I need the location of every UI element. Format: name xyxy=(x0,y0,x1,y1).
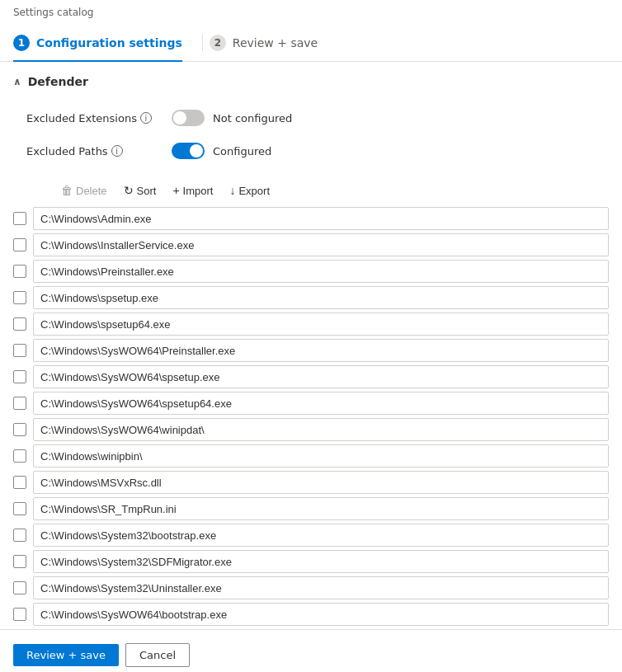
path-item xyxy=(13,550,609,573)
path-checkbox[interactable] xyxy=(13,449,26,463)
tab-config-number: 1 xyxy=(13,35,30,51)
path-input[interactable] xyxy=(33,339,609,362)
path-item xyxy=(13,313,609,336)
path-item xyxy=(13,339,609,362)
path-item xyxy=(13,418,609,441)
export-label: Export xyxy=(238,185,270,197)
tab-review-number: 2 xyxy=(210,35,226,51)
section-header[interactable]: ∧ Defender xyxy=(13,75,609,88)
excluded-paths-toggle-area: Configured xyxy=(172,143,271,159)
excluded-extensions-toggle-area: Not configured xyxy=(172,110,292,126)
excluded-paths-toggle-label: Configured xyxy=(213,145,271,157)
path-checkbox[interactable] xyxy=(13,529,26,542)
tab-separator xyxy=(202,35,203,51)
review-save-button[interactable]: Review + save xyxy=(13,644,119,666)
path-checkbox[interactable] xyxy=(13,476,26,489)
path-input[interactable] xyxy=(33,233,609,256)
sort-label: Sort xyxy=(137,185,157,197)
path-input[interactable] xyxy=(33,576,609,599)
path-checkbox[interactable] xyxy=(13,581,26,594)
path-list xyxy=(0,207,622,629)
path-item xyxy=(13,444,609,468)
export-button[interactable]: ↓ Export xyxy=(223,181,276,200)
sort-icon: ↻ xyxy=(124,184,134,197)
path-checkbox[interactable] xyxy=(13,265,26,278)
defender-section: ∧ Defender Excluded Extensions i Not con… xyxy=(0,62,622,174)
delete-label: Delete xyxy=(76,185,107,197)
path-checkbox[interactable] xyxy=(13,238,26,251)
cancel-button[interactable]: Cancel xyxy=(125,643,190,667)
export-icon: ↓ xyxy=(229,184,235,197)
chevron-down-icon: ∧ xyxy=(13,76,21,87)
path-checkbox[interactable] xyxy=(13,317,26,331)
footer: Review + save Cancel xyxy=(0,629,622,672)
path-input[interactable] xyxy=(33,286,609,309)
excluded-paths-label: Excluded Paths i xyxy=(26,145,158,157)
sort-button[interactable]: ↻ Sort xyxy=(117,181,163,200)
path-input[interactable] xyxy=(33,260,609,283)
excluded-extensions-label: Excluded Extensions i xyxy=(26,112,158,125)
path-checkbox[interactable] xyxy=(13,555,26,568)
tab-review[interactable]: 2 Review + save xyxy=(210,25,331,61)
excluded-extensions-info-icon[interactable]: i xyxy=(140,112,152,124)
tab-review-label: Review + save xyxy=(233,36,318,49)
path-checkbox[interactable] xyxy=(13,291,26,304)
import-label: Import xyxy=(183,185,214,197)
import-button[interactable]: + Import xyxy=(166,181,219,200)
section-title: Defender xyxy=(28,75,88,88)
delete-button[interactable]: 🗑 Delete xyxy=(54,181,114,200)
toolbar: 🗑 Delete ↻ Sort + Import ↓ Export xyxy=(41,174,622,207)
path-input[interactable] xyxy=(33,207,609,230)
path-item xyxy=(13,603,609,626)
path-input[interactable] xyxy=(33,313,609,336)
path-item xyxy=(13,207,609,230)
path-checkbox[interactable] xyxy=(13,397,26,410)
path-item xyxy=(13,497,609,520)
excluded-paths-row: Excluded Paths i Configured xyxy=(13,134,609,167)
path-checkbox[interactable] xyxy=(13,370,26,383)
path-checkbox[interactable] xyxy=(13,423,26,436)
path-input[interactable] xyxy=(33,392,609,415)
path-input[interactable] xyxy=(33,497,609,520)
tab-config-label: Configuration settings xyxy=(36,36,182,49)
path-input[interactable] xyxy=(33,418,609,441)
excluded-paths-toggle[interactable] xyxy=(172,143,205,159)
path-item xyxy=(13,392,609,415)
path-input[interactable] xyxy=(33,550,609,573)
tab-configuration[interactable]: 1 Configuration settings xyxy=(13,25,196,61)
path-input[interactable] xyxy=(33,603,609,626)
path-input[interactable] xyxy=(33,524,609,547)
path-item xyxy=(13,471,609,494)
delete-icon: 🗑 xyxy=(61,184,73,197)
import-icon: + xyxy=(172,184,179,197)
path-input[interactable] xyxy=(33,365,609,388)
path-checkbox[interactable] xyxy=(13,502,26,515)
excluded-paths-info-icon[interactable]: i xyxy=(111,145,123,157)
path-input[interactable] xyxy=(33,471,609,494)
path-checkbox[interactable] xyxy=(13,212,26,225)
path-input[interactable] xyxy=(33,444,609,468)
excluded-extensions-toggle-label: Not configured xyxy=(213,112,292,125)
path-item xyxy=(13,286,609,309)
path-checkbox[interactable] xyxy=(13,608,26,621)
path-item xyxy=(13,576,609,599)
tabs-bar: 1 Configuration settings 2 Review + save xyxy=(0,25,622,62)
path-item xyxy=(13,524,609,547)
breadcrumb: Settings catalog xyxy=(0,0,622,25)
path-item xyxy=(13,365,609,388)
path-item xyxy=(13,233,609,256)
path-checkbox[interactable] xyxy=(13,344,26,357)
path-item xyxy=(13,260,609,283)
excluded-extensions-toggle[interactable] xyxy=(172,110,205,126)
excluded-extensions-row: Excluded Extensions i Not configured xyxy=(13,101,609,134)
